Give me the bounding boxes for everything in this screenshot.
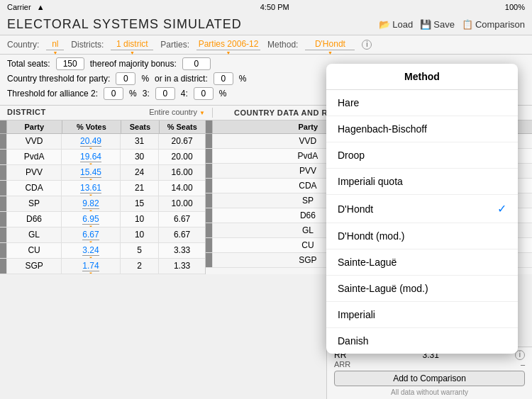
table-row: D66 6.95 10 6.67 bbox=[0, 212, 205, 227]
dropdown-item-label: Hare bbox=[338, 97, 359, 108]
votes-col-header: % Votes bbox=[62, 120, 122, 133]
battery-display: 100% bbox=[505, 3, 525, 11]
dropdown-item-label: Danish bbox=[338, 335, 369, 347]
total-seats-input[interactable]: 150 bbox=[56, 57, 84, 70]
row-indicator-r bbox=[206, 253, 213, 267]
row-indicator-r bbox=[206, 134, 213, 148]
threshold-pct: % bbox=[141, 74, 149, 84]
seats-cell: 15 bbox=[121, 196, 159, 211]
dropdown-item[interactable]: Hare bbox=[326, 90, 518, 116]
dropdown-item-label: D'Hondt (mod.) bbox=[338, 230, 404, 242]
dropdown-item[interactable]: Sainte-Laguë bbox=[326, 249, 518, 276]
country-threshold-label: Country threshold for party: bbox=[7, 74, 110, 84]
dropdown-item[interactable]: Imperiali quota bbox=[326, 169, 518, 195]
time-display: 4:50 PM bbox=[260, 3, 289, 11]
district-subtitle: Entire country ▼ bbox=[149, 108, 205, 116]
votes-cell[interactable]: 6.95 bbox=[62, 212, 121, 227]
country-selector[interactable]: nl bbox=[46, 39, 64, 50]
dropdown-item[interactable]: Droop bbox=[326, 142, 518, 169]
dropdown-items-list: Hare Hagenbach-Bischoff Droop Imperiali … bbox=[326, 90, 518, 354]
country-threshold-input[interactable]: 0 bbox=[116, 72, 135, 85]
table-row: CU 3.24 5 3.33 bbox=[0, 243, 205, 259]
left-col-headers: Party % Votes Seats % Seats bbox=[0, 120, 205, 134]
votes-cell[interactable]: 15.45 bbox=[62, 165, 121, 180]
top-buttons: 📂 Load 💾 Save 📋 Comparison bbox=[379, 19, 525, 30]
row-indicator-r bbox=[206, 193, 213, 208]
pct-seats-cell: 20.00 bbox=[159, 150, 205, 164]
alliance-2-input[interactable]: 0 bbox=[104, 87, 123, 100]
dropdown-title: Method bbox=[326, 64, 518, 90]
district-input[interactable]: 0 bbox=[214, 72, 233, 85]
warranty-text: All data without warranty bbox=[334, 388, 525, 396]
row-indicator bbox=[0, 243, 7, 258]
pct-seats-cell: 20.67 bbox=[159, 134, 205, 149]
load-button[interactable]: 📂 Load bbox=[379, 19, 413, 30]
districts-label: Districts: bbox=[71, 40, 104, 50]
method-selector[interactable]: D'Hondt bbox=[305, 39, 355, 50]
majority-bonus-input[interactable]: 0 bbox=[182, 57, 211, 70]
dropdown-item[interactable]: Imperiali bbox=[326, 302, 518, 328]
seats-cell: 10 bbox=[121, 227, 159, 242]
votes-cell[interactable]: 20.49 bbox=[62, 134, 121, 149]
dropdown-item[interactable]: D'Hondt (mod.) bbox=[326, 223, 518, 249]
votes-cell[interactable]: 13.61 bbox=[62, 181, 121, 196]
alliance-4-input[interactable]: 0 bbox=[194, 87, 214, 100]
row-indicator bbox=[0, 212, 7, 227]
dropdown-item[interactable]: Hagenbach-Bischoff bbox=[326, 116, 518, 142]
votes-cell[interactable]: 1.74 bbox=[62, 259, 121, 274]
comparison-button[interactable]: 📋 Comparison bbox=[462, 19, 525, 30]
arr-row: ARR – bbox=[334, 360, 525, 369]
row-indicator bbox=[0, 196, 7, 211]
method-label: Method: bbox=[267, 40, 298, 50]
dropdown-item-label: Sainte-Laguë bbox=[338, 257, 397, 268]
dropdown-item[interactable]: Sainte-Laguë (mod.) bbox=[326, 276, 518, 302]
dropdown-item-label: Imperiali quota bbox=[338, 176, 403, 187]
info-icon[interactable]: i bbox=[362, 40, 372, 50]
row-indicator bbox=[0, 165, 7, 180]
district-label: or in a district: bbox=[155, 74, 208, 84]
arr-value: – bbox=[521, 360, 525, 369]
districts-selector[interactable]: 1 district bbox=[111, 39, 153, 50]
votes-cell[interactable]: 3.24 bbox=[62, 243, 121, 258]
row-indicator bbox=[0, 150, 7, 164]
left-table: Party % Votes Seats % Seats VVD 20.49 31… bbox=[0, 120, 206, 274]
table-row: PVV 15.45 24 16.00 bbox=[0, 165, 205, 181]
seats-cell: 21 bbox=[121, 181, 159, 196]
table-row: CDA 13.61 21 14.00 bbox=[0, 181, 205, 196]
votes-cell[interactable]: 19.64 bbox=[62, 150, 121, 164]
row-indicator bbox=[0, 227, 7, 242]
left-table-body: VVD 20.49 31 20.67 PvdA 19.64 30 20.00 P… bbox=[0, 134, 205, 274]
row-indicator-r bbox=[206, 223, 213, 237]
pct-seats-cell: 6.67 bbox=[159, 227, 205, 242]
indicator-col bbox=[0, 120, 7, 133]
seats-cell: 10 bbox=[121, 212, 159, 227]
wifi-icon: ▲ bbox=[37, 3, 45, 11]
votes-cell[interactable]: 9.82 bbox=[62, 196, 121, 211]
table-row: VVD 20.49 31 20.67 bbox=[0, 134, 205, 150]
dropdown-item-label: Sainte-Laguë (mod.) bbox=[338, 283, 428, 294]
save-icon: 💾 bbox=[420, 19, 431, 30]
method-dropdown[interactable]: Method Hare Hagenbach-Bischoff Droop Imp… bbox=[326, 64, 518, 354]
pct-seats-cell: 1.33 bbox=[159, 259, 205, 274]
dropdown-item-label: D'Hondt bbox=[338, 203, 373, 215]
comparison-icon: 📋 bbox=[462, 19, 473, 30]
row-indicator bbox=[0, 134, 7, 149]
dropdown-item[interactable]: Danish bbox=[326, 328, 518, 354]
total-seats-label: Total seats: bbox=[7, 59, 50, 69]
parties-selector[interactable]: Parties 2006-12 bbox=[196, 39, 260, 50]
arr-label: ARR bbox=[334, 360, 350, 369]
seats-cell: 31 bbox=[121, 134, 159, 149]
pct-seats-cell: 16.00 bbox=[159, 165, 205, 180]
votes-cell[interactable]: 6.67 bbox=[62, 227, 121, 242]
dropdown-item[interactable]: D'Hondt ✓ bbox=[326, 195, 518, 223]
row-indicator-r bbox=[206, 238, 213, 252]
dropdown-item-label: Hagenbach-Bischoff bbox=[338, 123, 427, 135]
row-indicator-r bbox=[206, 149, 213, 163]
save-button[interactable]: 💾 Save bbox=[420, 19, 455, 30]
carrier-text: Carrier bbox=[7, 3, 31, 11]
alliance-3-input[interactable]: 0 bbox=[155, 87, 175, 100]
add-comparison-button[interactable]: Add to Comparison bbox=[334, 371, 525, 386]
app-title: ELECTORAL SYSTEMS SIMULATED bbox=[7, 17, 242, 32]
party-cell: CDA bbox=[7, 181, 62, 196]
seats-cell: 5 bbox=[121, 243, 159, 258]
